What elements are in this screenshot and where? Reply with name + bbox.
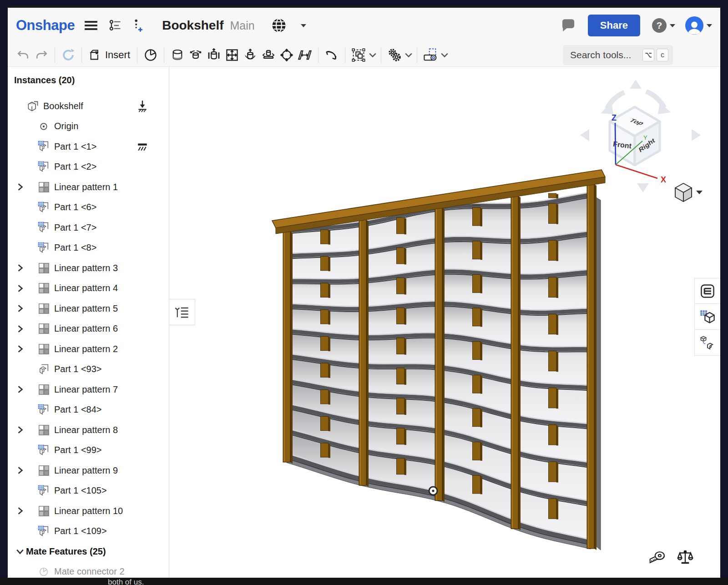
collapse-instances-panel-tab[interactable] — [169, 299, 195, 325]
tree-item-part-1-8[interactable]: Part 1 <8> — [8, 238, 169, 258]
patterned-part-icon — [37, 484, 50, 497]
fixed-icon[interactable] — [136, 141, 148, 151]
assembly-viewport[interactable]: Top Front Right Z Y X — [169, 67, 720, 578]
chevron-right-icon[interactable] — [17, 284, 24, 292]
cylindrical-mate-icon[interactable] — [241, 46, 259, 64]
mate-icon[interactable] — [142, 46, 160, 64]
tree-item-linear-pattern-4[interactable]: Linear pattern 4 — [8, 278, 169, 299]
patterned-part-icon — [37, 140, 50, 153]
ball-mate-icon[interactable] — [278, 46, 296, 64]
relations-dropdown-chevron-icon[interactable] — [404, 52, 413, 58]
pattern-dropdown-chevron-icon[interactable] — [369, 52, 377, 58]
tree-item-bookshelf[interactable]: Bookshelf — [8, 96, 169, 116]
tree-item-label: Linear pattern 9 — [54, 465, 118, 476]
linear-pattern-icon — [38, 343, 50, 355]
tree-item-part-1-93[interactable]: Part 1 <93> — [8, 359, 169, 380]
tree-item-label: Part 1 <84> — [54, 404, 102, 415]
fastened-mate-icon[interactable] — [168, 46, 187, 64]
patterned-part-icon — [37, 403, 50, 416]
tree-item-part-1-109[interactable]: Part 1 <109> — [8, 521, 169, 542]
assembly-icon — [27, 100, 39, 112]
viewport-3d-model[interactable] — [272, 170, 605, 550]
revolute-mate-icon[interactable] — [187, 46, 205, 64]
version-tree-icon[interactable] — [108, 19, 122, 32]
chevron-right-icon[interactable] — [17, 264, 24, 272]
undo-icon[interactable] — [14, 46, 32, 64]
tangent-mate-icon[interactable] — [296, 46, 314, 64]
tree-item-part-1-1[interactable]: Part 1 <1> — [8, 136, 169, 157]
replicate-pattern-icon[interactable] — [349, 46, 368, 64]
linear-pattern-icon — [38, 464, 50, 477]
avatar-caret-icon[interactable] — [707, 24, 712, 27]
tree-item-linear-pattern-7[interactable]: Linear pattern 7 — [8, 379, 169, 400]
tree-item-part-1-105[interactable]: Part 1 <105> — [8, 481, 169, 501]
instances-panel-title: Instances (20) — [8, 71, 169, 91]
tree-item-part-1-2[interactable]: Part 1 <2> — [8, 157, 169, 177]
tree-item-linear-pattern-10[interactable]: Linear pattern 10 — [8, 501, 169, 521]
explode-dropdown-chevron-icon[interactable] — [440, 52, 449, 58]
search-tools-input[interactable]: Search tools... c — [563, 45, 673, 65]
rebuild-icon[interactable] — [59, 46, 77, 64]
gear-relation-icon[interactable] — [385, 46, 404, 64]
tree-item-linear-pattern-8[interactable]: Linear pattern 8 — [8, 420, 169, 440]
patterned-part-icon — [37, 161, 50, 173]
user-avatar-icon[interactable] — [685, 16, 703, 35]
globe-caret-icon[interactable] — [301, 24, 306, 27]
tree-item-linear-pattern-1[interactable]: Linear pattern 1 — [8, 177, 169, 197]
exploded-view-icon[interactable] — [421, 46, 440, 64]
onshape-logo[interactable]: Onshape — [16, 17, 75, 34]
chevron-right-icon[interactable] — [17, 426, 24, 434]
video-caption-bar: both of us. — [0, 578, 728, 585]
chevron-right-icon[interactable] — [17, 345, 24, 353]
tree-item-part-1-99[interactable]: Part 1 <99> — [8, 440, 169, 461]
tree-item-linear-pattern-9[interactable]: Linear pattern 9 — [8, 460, 169, 481]
insert-new-element-icon[interactable] — [133, 19, 145, 32]
tree-item-linear-pattern-2[interactable]: Linear pattern 2 — [8, 339, 169, 359]
exploded-parts-panel-tab[interactable] — [694, 330, 720, 356]
tree-item-linear-pattern-3[interactable]: Linear pattern 3 — [8, 258, 169, 278]
chevron-right-icon[interactable] — [17, 183, 24, 191]
tree-item-label: Part 1 <7> — [54, 222, 96, 233]
tree-item-linear-pattern-5[interactable]: Linear pattern 5 — [8, 298, 169, 319]
view-options-caret-icon[interactable] — [696, 191, 703, 194]
redo-icon[interactable] — [32, 46, 51, 64]
comment-icon[interactable] — [561, 18, 576, 33]
view-options-button[interactable] — [675, 183, 703, 202]
tree-item-origin[interactable]: Origin — [8, 116, 169, 137]
planar-mate-icon[interactable] — [223, 46, 241, 64]
measure-icon[interactable] — [647, 548, 667, 566]
tree-item-label: Linear pattern 5 — [54, 303, 118, 314]
tree-item-mate-connector-2[interactable]: Mate connector 2 — [8, 562, 169, 578]
list-panel-tab[interactable] — [694, 278, 720, 304]
chevron-right-icon[interactable] — [17, 325, 24, 333]
chevron-right-icon[interactable] — [17, 466, 24, 474]
document-title[interactable]: Bookshelf — [162, 18, 223, 33]
tree-item-label: Origin — [54, 121, 78, 131]
chevron-right-icon[interactable] — [17, 507, 24, 515]
tree-item-linear-pattern-6[interactable]: Linear pattern 6 — [8, 319, 169, 339]
snap-mode-icon[interactable] — [323, 46, 341, 64]
cube-grid-panel-tab[interactable] — [694, 304, 720, 330]
view-cube-faces[interactable] — [610, 107, 660, 165]
pin-slot-mate-icon[interactable] — [259, 46, 278, 64]
mass-properties-icon[interactable] — [675, 548, 695, 566]
workspace-name[interactable]: Main — [230, 19, 255, 32]
fix-icon[interactable] — [136, 100, 148, 112]
tree-item-part-1-7[interactable]: Part 1 <7> — [8, 217, 169, 238]
tree-item-label: Linear pattern 7 — [54, 384, 118, 395]
tree-item-part-1-84[interactable]: Part 1 <84> — [8, 400, 169, 420]
tree-item-part-1-6[interactable]: Part 1 <6> — [8, 197, 169, 218]
insert-button[interactable]: Insert — [86, 46, 133, 64]
slider-mate-icon[interactable] — [205, 46, 223, 64]
globe-icon[interactable] — [271, 18, 287, 33]
tree-item-label: Mate connector 2 — [54, 566, 125, 577]
tree-item-label: Linear pattern 1 — [54, 182, 118, 192]
tree-item-mate-features-25[interactable]: Mate Features (25) — [8, 541, 169, 562]
chevron-right-icon[interactable] — [17, 385, 24, 393]
help-caret-icon[interactable] — [670, 24, 675, 27]
help-icon[interactable]: ? — [652, 18, 667, 33]
chevron-down-icon[interactable] — [16, 548, 24, 555]
chevron-right-icon[interactable] — [17, 304, 24, 313]
hamburger-icon[interactable] — [85, 21, 97, 30]
share-button[interactable]: Share — [588, 15, 640, 36]
